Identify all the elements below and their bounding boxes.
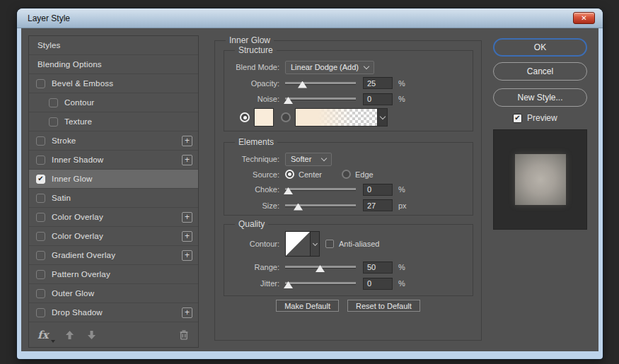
sidebar-item-inner-shadow[interactable]: Inner Shadow (29, 151, 198, 170)
sidebar-item-texture[interactable]: Texture (29, 112, 198, 131)
sidebar-item-label: Bevel & Emboss (52, 79, 113, 88)
structure-legend: Structure (235, 46, 277, 55)
elements-legend: Elements (235, 138, 277, 147)
checkbox-icon[interactable] (49, 98, 58, 107)
checkbox-icon[interactable] (36, 289, 45, 298)
sidebar-item-color-overlay-2[interactable]: Color Overlay (29, 227, 198, 246)
sidebar-item-blending-options[interactable]: Blending Options (29, 55, 198, 74)
chevron-down-icon (321, 155, 327, 160)
sidebar-item-outer-glow[interactable]: Outer Glow (29, 284, 198, 303)
fx-icon[interactable]: fx (37, 329, 48, 341)
checkbox-icon[interactable] (36, 213, 45, 222)
fx-menu-caret-icon[interactable] (51, 340, 55, 343)
delete-effect-icon[interactable] (178, 329, 190, 341)
choke-slider[interactable] (285, 184, 356, 194)
checkbox-icon[interactable] (36, 232, 45, 241)
sidebar-item-inner-glow[interactable]: Inner Glow (29, 170, 198, 189)
opacity-input[interactable]: 25 (363, 77, 393, 89)
source-edge-label: Edge (355, 170, 374, 179)
sidebar-item-pattern-overlay[interactable]: Pattern Overlay (29, 265, 198, 284)
range-input[interactable]: 50 (363, 262, 393, 274)
titlebar[interactable]: Layer Style (17, 8, 603, 28)
add-instance-icon[interactable] (182, 307, 192, 318)
size-slider[interactable] (285, 201, 356, 211)
glow-color-swatch[interactable] (254, 108, 274, 127)
sidebar-item-satin[interactable]: Satin (29, 189, 198, 208)
size-input[interactable]: 27 (363, 199, 393, 211)
source-edge-radio[interactable] (342, 170, 351, 179)
slider-track (285, 282, 356, 284)
chevron-down-icon (379, 114, 385, 119)
checkbox-icon[interactable] (36, 270, 45, 279)
technique-value: Softer (291, 155, 311, 163)
preview-toggle[interactable]: Preview (513, 113, 557, 123)
solid-color-radio[interactable] (240, 112, 250, 122)
gradient-preview[interactable] (295, 108, 377, 127)
new-style-button[interactable]: New Style... (493, 88, 587, 107)
add-instance-icon[interactable] (182, 231, 192, 242)
close-icon[interactable] (573, 12, 595, 24)
choke-input[interactable]: 0 (363, 184, 393, 196)
checkbox-icon[interactable] (36, 136, 45, 146)
add-instance-icon[interactable] (182, 155, 192, 165)
move-effect-down-icon[interactable] (87, 330, 96, 340)
sidebar-item-contour[interactable]: Contour (29, 93, 198, 112)
blend-mode-select[interactable]: Linear Dodge (Add) (285, 61, 374, 74)
contour-picker[interactable] (285, 231, 320, 257)
add-instance-icon[interactable] (182, 212, 192, 223)
move-effect-up-icon[interactable] (65, 330, 74, 340)
sidebar-item-styles[interactable]: Styles (29, 36, 198, 55)
make-default-button[interactable]: Make Default (276, 300, 339, 312)
source-row: Source: Center Edge (228, 167, 473, 182)
checkbox-icon[interactable] (36, 194, 45, 203)
choke-unit: % (398, 185, 405, 194)
contour-thumbnail[interactable] (285, 231, 311, 257)
ok-button[interactable]: OK (493, 38, 587, 57)
anti-aliased-checkbox[interactable] (325, 240, 334, 248)
jitter-input[interactable]: 0 (363, 278, 393, 290)
technique-select[interactable]: Softer (285, 153, 332, 166)
sidebar-item-label: Inner Glow (52, 175, 93, 183)
source-center-radio[interactable] (285, 170, 294, 179)
checkbox-icon[interactable] (36, 79, 45, 88)
contour-label: Contour: (228, 240, 279, 248)
blend-mode-value: Linear Dodge (Add) (291, 63, 359, 71)
gradient-picker-button[interactable] (377, 108, 388, 127)
sidebar-item-bevel-emboss[interactable]: Bevel & Emboss (29, 74, 198, 93)
choke-label: Choke: (228, 185, 279, 194)
checkbox-icon[interactable] (36, 251, 45, 260)
inner-glow-panel: Inner Glow Structure Blend Mode: Linear … (214, 40, 482, 341)
sidebar-item-gradient-overlay[interactable]: Gradient Overlay (29, 246, 198, 265)
panel-title: Inner Glow (226, 36, 274, 45)
cancel-button[interactable]: Cancel (493, 62, 587, 81)
opacity-slider[interactable] (285, 78, 356, 88)
technique-row: Technique: Softer (228, 151, 473, 167)
sidebar-item-color-overlay-1[interactable]: Color Overlay (29, 208, 198, 227)
sidebar-item-drop-shadow[interactable]: Drop Shadow (29, 303, 198, 322)
jitter-slider[interactable] (285, 278, 356, 288)
reset-to-default-button[interactable]: Reset to Default (347, 300, 420, 312)
slider-track (285, 204, 356, 206)
preview-checkbox-checked-icon[interactable] (513, 114, 522, 123)
add-instance-icon[interactable] (182, 136, 192, 146)
contour-dropdown-button[interactable] (311, 231, 320, 257)
sidebar-item-label: Contour (64, 98, 94, 107)
layer-style-dialog: Layer Style Styles Blending Options Beve… (17, 8, 603, 359)
gradient-radio[interactable] (281, 112, 291, 122)
checkbox-checked-icon[interactable] (36, 175, 45, 184)
source-label: Source: (228, 170, 279, 179)
noise-slider[interactable] (285, 94, 356, 104)
opacity-label: Opacity: (228, 79, 279, 88)
sidebar-item-stroke[interactable]: Stroke (29, 131, 198, 151)
range-row: Range: 50 % (228, 259, 473, 276)
contour-row: Contour: Anti-aliased (228, 229, 473, 259)
checkbox-icon[interactable] (36, 308, 45, 317)
range-slider[interactable] (285, 262, 356, 272)
checkbox-icon[interactable] (36, 155, 45, 165)
noise-input[interactable]: 0 (363, 93, 393, 105)
add-instance-icon[interactable] (182, 250, 192, 261)
opacity-row: Opacity: 25 % (228, 75, 473, 91)
checkbox-icon[interactable] (49, 117, 58, 127)
jitter-unit: % (398, 279, 405, 288)
slider-track (285, 188, 356, 190)
